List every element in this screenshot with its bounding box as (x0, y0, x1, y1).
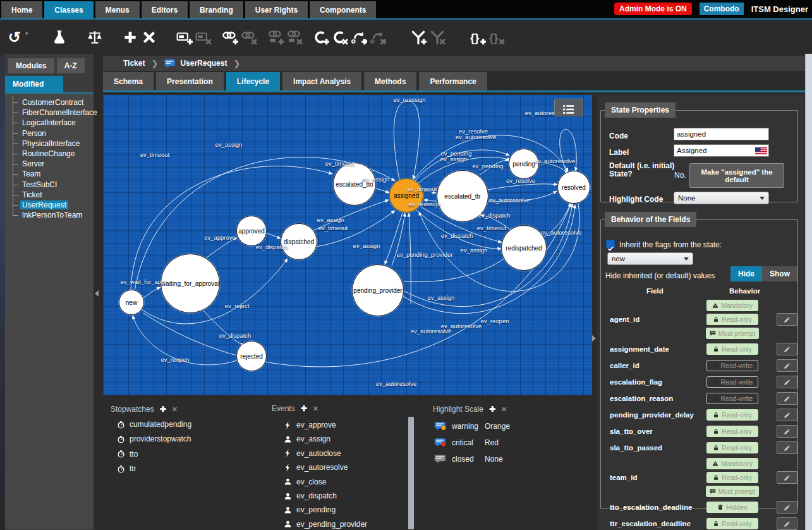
add-relation-icon[interactable] (409, 28, 428, 47)
add-class-icon[interactable] (312, 28, 330, 47)
class-item-physicalinterface[interactable]: PhysicalInterface (13, 139, 94, 149)
class-item-person[interactable]: Person (13, 128, 94, 139)
remove-class-icon[interactable] (330, 28, 349, 47)
stopwatch-item[interactable]: ttr (117, 464, 136, 473)
event-item[interactable]: ev_pending_provider (284, 520, 367, 529)
edit-field-flags-button[interactable] (777, 409, 797, 421)
page-scrollbar[interactable] (805, 54, 812, 530)
class-item-customercontract[interactable]: CustomerContract (13, 97, 94, 108)
diagram-legend-button[interactable] (554, 99, 583, 116)
state-node-pending_provider[interactable]: pending_provider (352, 264, 404, 316)
stopwatch-item[interactable]: cumulatedpending (117, 420, 191, 429)
class-item-team[interactable]: Team (13, 169, 94, 179)
label-input[interactable]: Assigned (674, 144, 769, 157)
tab-lifecycle[interactable]: Lifecycle (226, 72, 280, 90)
add-field-icon[interactable] (175, 28, 194, 47)
add-lifecycle-icon[interactable] (349, 28, 368, 47)
edit-field-flags-button[interactable] (777, 501, 797, 514)
nav-tab-user-rights[interactable]: User Rights (245, 1, 308, 18)
collapse-sidebar-arrow[interactable] (95, 290, 99, 297)
highlight-scale-item[interactable]: warningOrange (434, 421, 510, 431)
edit-field-flags-button[interactable] (777, 441, 797, 454)
stopwatch-item[interactable]: providerstopwatch (117, 434, 191, 443)
nav-tab-components[interactable]: Components (310, 1, 376, 18)
event-item[interactable]: ev_close (284, 478, 326, 486)
state-node-approved[interactable]: approved (236, 216, 267, 246)
nav-tab-menus[interactable]: Menus (95, 1, 140, 18)
breadcrumb-current[interactable]: UserRequest (180, 59, 227, 68)
inherit-flags-checkbox[interactable] (606, 240, 615, 249)
class-item-ticket[interactable]: Ticket (13, 190, 94, 200)
stopwatch-item[interactable]: tto (117, 450, 138, 459)
nav-tab-editors[interactable]: Editors (142, 1, 188, 18)
class-item-logicalinterface[interactable]: LogicalInterface (13, 118, 94, 128)
edit-field-flags-button[interactable] (777, 343, 797, 355)
remove-stopwatch-button[interactable]: ✕ (172, 405, 178, 414)
edit-field-flags-button[interactable] (777, 392, 797, 405)
remove-event-button[interactable]: ✕ (313, 405, 318, 413)
undo-icon[interactable]: ↺ (5, 28, 24, 47)
add-method-icon[interactable]: {} (468, 28, 487, 47)
delete-icon[interactable] (140, 28, 159, 47)
inherit-state-select[interactable]: new (607, 252, 693, 265)
highlight-scale-item[interactable]: criticalRed (434, 438, 499, 447)
event-item[interactable]: ev_approve (284, 421, 336, 429)
class-item-testsubci[interactable]: TestSubCI (13, 180, 94, 190)
state-node-resolved[interactable]: resolved (557, 171, 590, 204)
nav-tab-home[interactable]: Home (1, 1, 42, 18)
tab-presentation[interactable]: Presentation (156, 72, 224, 90)
tab-impact-analysis[interactable]: Impact Analysis (282, 72, 361, 90)
collapse-right-panel-arrow[interactable] (592, 335, 596, 342)
event-item[interactable]: ev_autoresolve (284, 463, 348, 472)
sidebar-tab-modules[interactable]: Modules (8, 58, 54, 73)
hide-button[interactable]: Hide (730, 266, 762, 281)
class-item-server[interactable]: Server (13, 159, 94, 169)
code-input[interactable]: assigned (674, 128, 769, 140)
edit-field-flags-button[interactable] (777, 313, 797, 326)
add-link-icon[interactable] (221, 28, 239, 47)
sidebar-tab-modified[interactable]: Modified (5, 76, 63, 92)
event-item[interactable]: ev_autoclose (284, 449, 341, 458)
edit-field-flags-button[interactable] (777, 517, 797, 530)
state-node-new[interactable]: new (119, 290, 144, 315)
state-node-rejected[interactable]: rejected (236, 341, 267, 371)
edit-field-flags-button[interactable] (777, 471, 797, 484)
add-icon[interactable] (121, 28, 140, 47)
remove-highlight-button[interactable]: ✕ (501, 405, 507, 414)
highlight-code-select[interactable]: None (674, 192, 769, 204)
add-stopwatch-button[interactable]: ✚ (160, 405, 166, 414)
class-item-lnkpersontoteam[interactable]: lnkPersonToTeam (13, 210, 94, 220)
state-node-dispatched[interactable]: dispatched (281, 223, 317, 260)
test-flask-icon[interactable] (50, 28, 69, 47)
highlight-scale-item[interactable]: closedNone (434, 454, 503, 464)
edit-field-flags-button[interactable] (777, 359, 797, 372)
add-event-button[interactable]: ✚ (301, 404, 307, 413)
state-node-escalated_tto[interactable]: escalated_tto (333, 163, 376, 206)
state-node-assigned[interactable]: assigned (389, 178, 423, 213)
edit-field-flags-button[interactable] (777, 425, 797, 438)
lifecycle-diagram[interactable]: newwaiting_for_approvalapproveddispatche… (103, 95, 592, 395)
class-item-fiberchannelinterface[interactable]: FiberChannelInterface (13, 108, 94, 118)
undo-dropdown-caret[interactable]: ▾ (25, 30, 28, 37)
show-button[interactable]: Show (762, 266, 797, 281)
edit-field-flags-button[interactable] (777, 376, 797, 388)
breadcrumb-parent[interactable]: Ticket (123, 59, 145, 68)
class-item-userrequest[interactable]: UserRequest (13, 200, 94, 210)
state-node-waiting_for_approval[interactable]: waiting_for_approval (161, 254, 220, 313)
nav-tab-branding[interactable]: Branding (190, 1, 243, 18)
add-highlight-button[interactable]: ✚ (489, 405, 495, 414)
nav-tab-classes[interactable]: Classes (44, 1, 93, 18)
event-item[interactable]: ev_assign (284, 434, 330, 443)
sidebar-tab-a-z[interactable]: A-Z (57, 58, 85, 73)
tab-performance[interactable]: Performance (419, 72, 487, 90)
make-default-button[interactable]: Make "assigned" the default (689, 163, 784, 188)
events-scrollbar[interactable] (408, 417, 414, 529)
event-item[interactable]: ev_dispatch (284, 491, 337, 500)
tab-schema[interactable]: Schema (103, 72, 154, 90)
class-item-routinechange[interactable]: RoutineChange (13, 149, 94, 159)
state-node-redispatched[interactable]: redispatched (501, 225, 547, 271)
event-item[interactable]: ev_pending (284, 505, 336, 514)
compare-scales-icon[interactable] (85, 28, 104, 47)
stopwatches-panel-title: Stopwatches (111, 405, 154, 414)
tab-methods[interactable]: Methods (364, 72, 416, 90)
